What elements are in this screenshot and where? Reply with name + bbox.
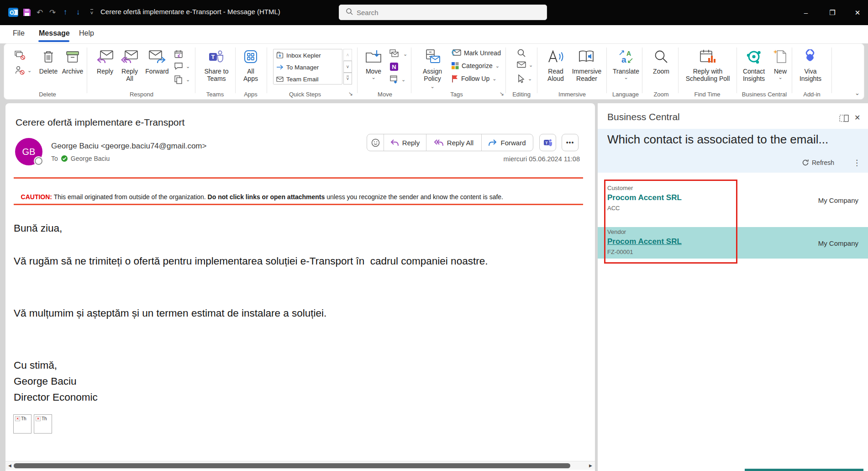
undo-icon[interactable]: ↶ — [34, 6, 46, 18]
horizontal-scrollbar[interactable]: ◄ ► — [5, 461, 595, 470]
group-label-respond: Respond — [130, 91, 153, 98]
im-reply-button[interactable]: ⌄ — [174, 62, 190, 70]
assign-policy-button[interactable]: Assign Policy ⌄ — [418, 48, 447, 90]
group-divider — [537, 48, 537, 93]
follow-up-button[interactable]: Follow Up ⌄ — [451, 74, 496, 83]
teams-share-button[interactable]: T — [539, 134, 556, 151]
share-to-teams-button[interactable]: T Share to Teams — [201, 48, 232, 82]
refresh-button[interactable]: Refresh — [802, 159, 834, 166]
reply-all-icon — [121, 48, 138, 66]
panel-more-options-icon[interactable]: ⋮ — [853, 158, 861, 168]
new-button[interactable]: New ⌄ — [770, 48, 790, 79]
translate-button[interactable]: aA Translate ⌄ — [611, 48, 641, 79]
select-button[interactable]: ⌄ — [517, 74, 532, 83]
group-label-business-central: Business Central — [742, 91, 787, 98]
trash-icon — [42, 48, 55, 66]
reactions-button[interactable] — [367, 134, 384, 151]
signature-line: Cu stimă, — [14, 357, 57, 374]
viva-insights-button[interactable]: Viva Insights — [797, 48, 824, 82]
contact-insights-icon — [746, 48, 762, 66]
quick-steps-scroll-up[interactable]: ˄ — [343, 49, 352, 61]
redo-icon[interactable]: ↷ — [47, 6, 58, 18]
close-button[interactable]: ✕ — [847, 0, 868, 25]
tags-dialog-launcher-icon[interactable]: ↘ — [500, 90, 504, 97]
translate-icon: aA — [618, 48, 634, 66]
scroll-right-icon[interactable]: ► — [588, 463, 593, 468]
find-button[interactable] — [517, 48, 526, 58]
quick-steps-more[interactable]: ˅ — [343, 73, 352, 85]
zoom-button[interactable]: Zoom — [649, 48, 673, 75]
quick-step-team-email[interactable]: Team Email — [274, 73, 342, 85]
move-up-icon[interactable]: ↑ — [59, 6, 71, 18]
search-box[interactable] — [339, 5, 547, 20]
reply-button[interactable]: Reply — [93, 48, 117, 75]
quick-steps-scroll-down[interactable]: ˅ — [343, 61, 352, 73]
collapse-ribbon-icon[interactable]: ⌄ — [855, 90, 860, 96]
viva-insights-icon — [803, 48, 818, 66]
tab-file[interactable]: File — [13, 29, 25, 37]
meeting-calendar-icon — [174, 49, 184, 59]
vendor-card[interactable]: Vendor Procom Accent SRL FZ-00001 — [607, 228, 682, 255]
quick-steps-dialog-launcher-icon[interactable]: ↘ — [348, 90, 353, 97]
tab-message[interactable]: Message — [39, 29, 70, 37]
archive-button[interactable]: Archive — [60, 48, 85, 75]
meeting-reply-button[interactable] — [174, 49, 184, 59]
move-down-icon[interactable]: ↓ — [72, 6, 84, 18]
to-recipient[interactable]: George Baciu — [71, 155, 110, 162]
pin-pane-icon[interactable] — [839, 114, 849, 122]
categorize-button[interactable]: Categorize ⌄ — [451, 62, 500, 69]
customize-quick-access-icon[interactable]: ˅ — [86, 6, 98, 18]
window-title: Cerere ofertă implementare e-Transport -… — [100, 8, 280, 16]
rules-button[interactable]: ⌄ — [389, 49, 407, 58]
forward-header-button[interactable]: Forward — [481, 134, 533, 151]
panel-bottom-scrollbar[interactable] — [745, 469, 863, 471]
group-label-quick-steps: Quick Steps — [289, 91, 321, 98]
more-respond-actions-button[interactable]: ⌄ — [174, 75, 190, 84]
contact-insights-button[interactable]: Contact Insights — [740, 48, 768, 82]
scrollbar-thumb[interactable] — [14, 463, 570, 468]
more-actions-button[interactable]: ••• — [562, 134, 579, 151]
scheduling-poll-icon — [699, 48, 716, 66]
quick-step-inbox-kepler[interactable]: Inbox Kepler — [274, 49, 342, 61]
sender-line[interactable]: George Baciu <george.baciu74@gmail.com> — [51, 142, 206, 151]
teams-icon: T — [543, 138, 552, 147]
reply-all-button[interactable]: Reply All — [117, 48, 142, 82]
all-apps-button[interactable]: All Apps — [238, 48, 263, 82]
forward-button[interactable]: Forward — [143, 48, 171, 75]
to-row: To George Baciu — [51, 155, 110, 162]
caution-prefix: CAUTION: — [21, 193, 52, 201]
tab-help[interactable]: Help — [79, 29, 94, 37]
svg-text:N: N — [392, 64, 396, 70]
inline-image-placeholder[interactable]: ✕ Th — [13, 414, 32, 434]
move-button[interactable]: Move ⌄ — [362, 48, 385, 79]
restore-button[interactable]: ❐ — [822, 0, 843, 25]
quick-step-to-manager[interactable]: To Manager — [274, 61, 342, 73]
reply-header-button[interactable]: Reply — [384, 134, 426, 151]
actions-button[interactable]: ⌄ — [389, 75, 405, 84]
mark-unread-button[interactable]: Mark Unread — [451, 49, 501, 57]
reply-icon — [96, 48, 114, 66]
reply-all-header-button[interactable]: Reply All — [426, 134, 481, 151]
read-aloud-button[interactable]: Read Aloud — [544, 48, 567, 82]
related-button[interactable]: ⌄ — [517, 61, 533, 68]
onenote-button[interactable]: N — [389, 62, 399, 71]
inline-image-placeholder[interactable]: ✕ Th — [34, 414, 52, 434]
ignore-button[interactable] — [15, 50, 26, 60]
delete-button[interactable]: Delete — [37, 48, 60, 75]
block-sender-button[interactable]: ⌄ — [15, 65, 32, 75]
chevron-down-icon: ⌄ — [778, 75, 782, 79]
block-sender-icon — [15, 65, 25, 75]
vendor-company: My Company — [749, 239, 858, 247]
immersive-reader-button[interactable]: Immersive Reader — [570, 48, 604, 82]
customer-link[interactable]: Procom Accent SRL — [607, 193, 682, 202]
search-input[interactable] — [357, 9, 494, 16]
group-divider — [831, 48, 832, 93]
minimize-button[interactable]: – — [795, 0, 816, 25]
customer-card[interactable]: Customer Procom Accent SRL ACC — [607, 185, 682, 212]
save-icon[interactable] — [21, 6, 33, 18]
broken-image-icon: ✕ — [36, 416, 41, 421]
close-panel-icon[interactable]: ✕ — [854, 113, 860, 122]
scroll-left-icon[interactable]: ◄ — [7, 463, 12, 468]
vendor-link[interactable]: Procom Accent SRL — [607, 237, 682, 246]
scheduling-poll-button[interactable]: Reply with Scheduling Poll — [683, 48, 732, 82]
